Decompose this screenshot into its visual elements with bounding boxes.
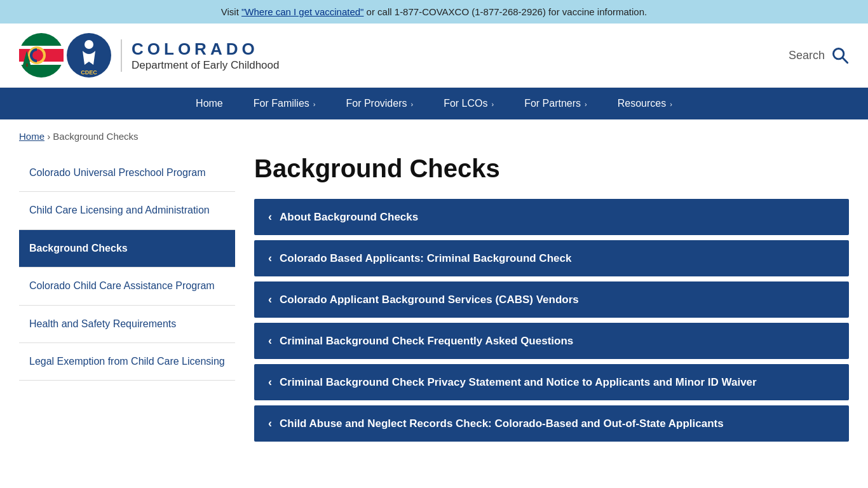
chevron-down-icon: ‹ (268, 293, 272, 306)
chevron-down-icon: › (585, 100, 587, 108)
accordion-header-privacy[interactable]: ‹ Criminal Background Check Privacy Stat… (254, 364, 849, 400)
sidebar-item-legal-exemption[interactable]: Legal Exemption from Child Care Licensin… (19, 343, 235, 381)
nav-resources[interactable]: Resources › (602, 88, 688, 119)
accordion-label: Colorado Based Applicants: Criminal Back… (280, 252, 571, 265)
nav-partners-label: For Partners (524, 98, 581, 109)
accordion-label: Child Abuse and Neglect Records Check: C… (280, 417, 724, 430)
co-logo (19, 33, 64, 78)
sidebar-item-preschool[interactable]: Colorado Universal Preschool Program (19, 154, 235, 192)
sidebar-item-ccap[interactable]: Colorado Child Care Assistance Program (19, 268, 235, 305)
accordion-item-child-abuse[interactable]: ‹ Child Abuse and Neglect Records Check:… (254, 405, 849, 442)
nav-home[interactable]: Home (180, 88, 238, 119)
vaccine-banner: Visit "Where can I get vaccinated" or ca… (0, 0, 868, 24)
accordion-label: About Background Checks (280, 211, 418, 224)
nav-families[interactable]: For Families › (238, 88, 331, 119)
chevron-down-icon: ‹ (268, 334, 272, 348)
breadcrumb-current: Background Checks (53, 131, 138, 142)
nav-lcos-label: For LCOs (444, 98, 487, 109)
accordion-header-cabs[interactable]: ‹ Colorado Applicant Background Services… (254, 281, 849, 318)
vaccine-link[interactable]: "Where can I get vaccinated" (241, 6, 363, 17)
chevron-down-icon: › (492, 100, 494, 108)
accordion-label: Criminal Background Check Privacy Statem… (280, 376, 757, 389)
chevron-down-icon: ‹ (268, 210, 272, 224)
sidebar-item-label: Colorado Child Care Assistance Program (29, 280, 215, 291)
main-content: Colorado Universal Preschool Program Chi… (0, 148, 868, 466)
search-area[interactable]: Search (789, 46, 849, 64)
accordion-item-co-criminal[interactable]: ‹ Colorado Based Applicants: Criminal Ba… (254, 240, 849, 276)
chevron-down-icon: › (410, 100, 413, 108)
accordion-item-about[interactable]: ‹ About Background Checks (254, 199, 849, 235)
banner-suffix: or call 1-877-COVAXCO (1-877-268-2926) f… (363, 6, 647, 17)
sidebar-item-label: Colorado Universal Preschool Program (29, 167, 205, 178)
main-nav: Home For Families › For Providers › For … (0, 88, 868, 119)
sidebar-item-background-checks[interactable]: Background Checks (19, 230, 235, 268)
svg-text:CDEC: CDEC (81, 69, 97, 76)
logo-circles: CDEC (19, 33, 111, 78)
accordion-header-co-criminal[interactable]: ‹ Colorado Based Applicants: Criminal Ba… (254, 240, 849, 276)
accordion-label: Criminal Background Check Frequently Ask… (280, 335, 573, 348)
nav-home-label: Home (196, 98, 223, 109)
breadcrumb-home[interactable]: Home (19, 131, 44, 142)
sidebar: Colorado Universal Preschool Program Chi… (19, 154, 235, 447)
chevron-down-icon: › (670, 100, 672, 108)
svg-point-8 (85, 40, 93, 49)
logo-subtitle: Department of Early Childhood (132, 59, 279, 72)
svg-rect-6 (26, 64, 28, 67)
sidebar-item-licensing[interactable]: Child Care Licensing and Administration (19, 192, 235, 229)
nav-lcos[interactable]: For LCOs › (428, 88, 509, 119)
sidebar-item-label: Child Care Licensing and Administration (29, 205, 210, 215)
search-icon (831, 46, 849, 64)
logo-title: COLORADO (132, 39, 279, 59)
logo-area: CDEC COLORADO Department of Early Childh… (19, 33, 279, 78)
search-label: Search (789, 49, 825, 62)
sidebar-item-label: Health and Safety Requirements (29, 318, 176, 329)
chevron-down-icon: › (313, 100, 316, 108)
chevron-down-icon: ‹ (268, 417, 272, 430)
accordion-label: Colorado Applicant Background Services (… (280, 294, 579, 306)
accordion-header-about[interactable]: ‹ About Background Checks (254, 199, 849, 235)
nav-providers[interactable]: For Providers › (330, 88, 428, 119)
svg-line-11 (843, 58, 848, 63)
chevron-down-icon: ‹ (268, 252, 272, 265)
accordion-item-privacy[interactable]: ‹ Criminal Background Check Privacy Stat… (254, 364, 849, 400)
nav-partners[interactable]: For Partners › (509, 88, 602, 119)
nav-families-label: For Families (254, 98, 309, 109)
sidebar-item-health-safety[interactable]: Health and Safety Requirements (19, 306, 235, 343)
nav-providers-label: For Providers (346, 98, 407, 109)
sidebar-item-label: Legal Exemption from Child Care Licensin… (29, 356, 225, 367)
accordion-header-faq[interactable]: ‹ Criminal Background Check Frequently A… (254, 323, 849, 359)
cdec-logo: CDEC (67, 33, 111, 78)
header: CDEC COLORADO Department of Early Childh… (0, 24, 868, 88)
accordion-item-cabs[interactable]: ‹ Colorado Applicant Background Services… (254, 281, 849, 318)
banner-prefix: Visit (221, 6, 241, 17)
breadcrumb: Home › Background Checks (0, 119, 868, 148)
nav-resources-label: Resources (618, 98, 666, 109)
logo-text: COLORADO Department of Early Childhood (121, 39, 279, 72)
accordion-header-child-abuse[interactable]: ‹ Child Abuse and Neglect Records Check:… (254, 405, 849, 442)
chevron-down-icon: ‹ (268, 376, 272, 389)
breadcrumb-separator: › (47, 131, 50, 142)
accordion-item-faq[interactable]: ‹ Criminal Background Check Frequently A… (254, 323, 849, 359)
sidebar-item-label: Background Checks (29, 243, 128, 254)
page-area: Background Checks ‹ About Background Che… (254, 154, 849, 447)
page-title: Background Checks (254, 154, 849, 183)
